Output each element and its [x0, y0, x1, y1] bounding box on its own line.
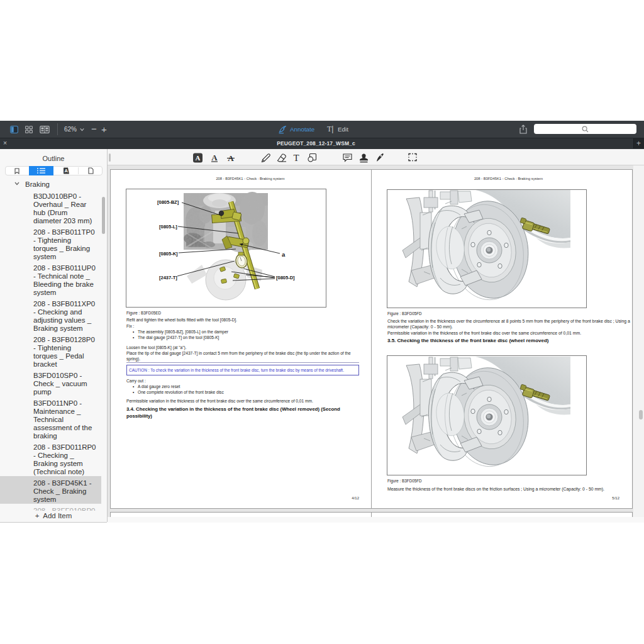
svg-text:T: T: [293, 153, 299, 163]
svg-text:[0805-K]: [0805-K]: [159, 251, 178, 257]
svg-text:[0805-L]: [0805-L]: [159, 224, 177, 230]
svg-text:A: A: [196, 154, 201, 162]
svg-text:A: A: [64, 168, 68, 174]
svg-text:A: A: [211, 153, 218, 162]
svg-text:[2437-T]: [2437-T]: [159, 275, 177, 280]
svg-text:[0805-D]: [0805-D]: [276, 275, 295, 280]
svg-text:a: a: [282, 251, 286, 258]
svg-text:[0805-BZ]: [0805-BZ]: [157, 199, 179, 205]
